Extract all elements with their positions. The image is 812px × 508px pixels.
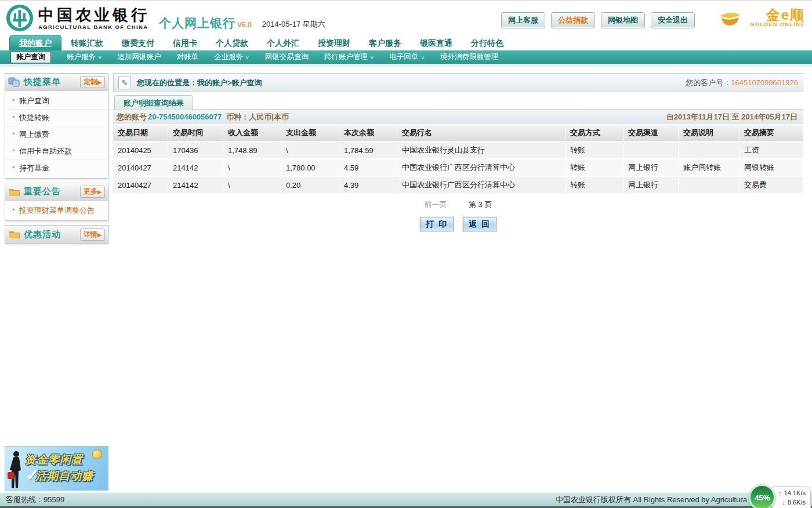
promotions-box: 优惠活动 详情▶ [5, 225, 108, 244]
sub-nav-item[interactable]: 企业服务∨ [214, 52, 249, 62]
sub-nav-item[interactable]: 账户查询 [10, 51, 51, 63]
table-cell: 20140425 [113, 142, 168, 159]
action-buttons: 打 印 返 回 [113, 217, 803, 231]
table-header-cell: 交易渠道 [624, 125, 679, 142]
main-nav-item[interactable]: 客户服务 [360, 35, 411, 50]
details-button[interactable]: 详情▶ [80, 228, 105, 241]
header-link-网银地图[interactable]: 网银地图 [601, 12, 645, 28]
sub-nav-item[interactable]: 跨行账户管理∨ [324, 52, 374, 62]
sub-nav-item[interactable]: 电子回单∨ [389, 52, 425, 62]
table-cell: \ [223, 159, 281, 177]
table-cell: 170436 [168, 142, 223, 159]
main-nav-item[interactable]: 我的账户 [9, 35, 61, 50]
customize-button[interactable]: 定制▶ [80, 76, 105, 88]
customer-number-value: 1645107099601926 [731, 78, 798, 87]
customer-number-label: 您的客户号： [686, 78, 731, 87]
table-cell: 中国农业银行灵山县支行 [397, 142, 566, 159]
table-cell: 20140427 [113, 177, 168, 194]
prev-page-link[interactable]: 前一页 [424, 200, 447, 209]
table-row: 201404251704361,748.89\1,784.59中国农业银行灵山县… [113, 142, 803, 159]
table-cell: \ [281, 142, 339, 159]
main-nav-item[interactable]: 投资理财 [309, 35, 360, 50]
main-nav-item[interactable]: 个人外汇 [258, 35, 309, 50]
coin-icon [92, 449, 102, 459]
table-cell: 1,784.59 [339, 142, 397, 159]
hotline-text: 客服热线：95599 [0, 495, 64, 505]
table-cell: 中国农业银行广西区分行清算中心 [397, 159, 566, 177]
table-header-cell: 交易行名 [397, 125, 566, 142]
table-cell [679, 177, 740, 194]
speed-bubble: ↑14.1K/s ↓8.6K/s [770, 486, 811, 508]
customer-number-block: 您的客户号：1645107099601926 [686, 78, 798, 88]
check-icon: ✓ [26, 466, 39, 484]
tab-account-detail-results[interactable]: 账户明细查询结果 [114, 95, 193, 110]
sidebar-item[interactable]: 网上缴费 [5, 126, 108, 143]
sidebar-item[interactable]: 信用卡自助还款 [5, 143, 108, 160]
chevron-down-icon: ∨ [245, 55, 249, 60]
product-title: 个人网上银行 [159, 15, 235, 31]
sidebar-item[interactable]: 快捷转账 [5, 110, 108, 126]
sub-nav-item[interactable]: 网银交易查询 [265, 52, 309, 62]
top-header: 中国农业银行 AGRICULTURAL BANK OF CHINA 个人网上银行… [0, 1, 812, 35]
table-cell: 0.20 [281, 177, 339, 194]
ad-text-line2: 活期自动赚 [35, 469, 108, 484]
product-title-block: 个人网上银行 V6.0 [159, 15, 252, 31]
main-nav-item[interactable]: 分行特色 [462, 35, 513, 50]
bank-name-block: 中国农业银行 AGRICULTURAL BANK OF CHINA [38, 6, 150, 30]
sidebar-item[interactable]: 持有基金 [5, 160, 108, 176]
pagination: 前一页 第 3 页 [113, 199, 803, 210]
table-header-cell: 交易时间 [168, 125, 223, 142]
back-button[interactable]: 返 回 [463, 217, 496, 231]
table-cell: \ [223, 177, 281, 194]
table-cell: 网银转账 [740, 159, 803, 177]
quick-menu-list: 账户查询快捷转账网上缴费信用卡自助还款持有基金 [5, 91, 108, 178]
account-number: 20-754500460056077 [148, 113, 222, 121]
copyright-text: 中国农业银行版权所有 All Rights Reserved by Agricu… [556, 495, 747, 505]
quick-menu-header: 快捷菜单 定制▶ [5, 74, 108, 91]
folder-icon [8, 229, 21, 240]
folder-icon [8, 187, 21, 197]
header-link-网上客服[interactable]: 网上客服 [501, 12, 545, 28]
date-range: 自2013年11月17日 至 2014年05月17日 [666, 112, 800, 122]
promotions-title: 优惠活动 [24, 229, 80, 240]
table-header-cell: 支出金额 [281, 125, 339, 142]
golden-bowl-icon [718, 10, 741, 27]
sub-nav-item[interactable]: 账户服务∨ [67, 52, 102, 62]
chevron-down-icon: ∨ [370, 55, 374, 60]
notices-title: 重要公告 [24, 186, 80, 197]
sidebar-item[interactable]: 账户查询 [5, 93, 108, 110]
notice-item[interactable]: 投资理财菜单调整公告 [5, 202, 108, 219]
notices-header: 重要公告 更多▶ [5, 183, 108, 201]
right-arrow-icon: ▶ [97, 189, 102, 195]
table-cell: 1,748.89 [223, 142, 281, 159]
chevron-down-icon: ∨ [98, 55, 102, 60]
table-cell: 账户间转账 [679, 159, 740, 177]
main-nav-item[interactable]: 个人贷款 [206, 35, 258, 50]
main-panel: ✎ 您现在的位置是：我的账户>账户查询 您的客户号：16451070996019… [113, 73, 803, 231]
notices-box: 重要公告 更多▶ 投资理财菜单调整公告 [5, 183, 108, 221]
table-header-cell: 本次余额 [339, 125, 397, 142]
print-button[interactable]: 打 印 [420, 217, 454, 231]
sidebar: 快捷菜单 定制▶ 账户查询快捷转账网上缴费信用卡自助还款持有基金 重要公告 更多… [5, 73, 108, 248]
sub-nav-item[interactable]: 对账单 [177, 52, 199, 62]
speed-gauge[interactable]: 45% [749, 484, 775, 508]
main-nav-item[interactable]: 银医直通 [411, 35, 462, 50]
quick-menu-icon [8, 77, 21, 88]
table-cell: 214142 [168, 159, 223, 177]
main-nav-item[interactable]: 缴费支付 [113, 35, 164, 50]
sub-nav-item[interactable]: 境外消费限额管理 [440, 52, 498, 62]
table-head: 交易日期交易时间收入金额支出金额本次余额交易行名交易方式交易渠道交易说明交易摘要 [113, 125, 803, 142]
sub-nav-item[interactable]: 追加网银账户 [118, 52, 161, 62]
product-version: V6.0 [237, 21, 252, 29]
quick-menu-title: 快捷菜单 [24, 77, 80, 88]
table-cell: 4.39 [339, 177, 397, 194]
header-link-安全退出[interactable]: 安全退出 [651, 12, 695, 28]
more-notices-button[interactable]: 更多▶ [80, 186, 105, 198]
main-nav-item[interactable]: 信用卡 [164, 35, 206, 50]
main-nav-item[interactable]: 转账汇款 [61, 35, 113, 50]
table-cell: 工资 [740, 142, 803, 159]
header-link-公益捐款[interactable]: 公益捐款 [551, 12, 595, 28]
ad-banner[interactable]: 资金零闲置 ✓ 活期自动赚 [5, 446, 108, 491]
table-cell: 转账 [566, 142, 624, 159]
transactions-table: 交易日期交易时间收入金额支出金额本次余额交易行名交易方式交易渠道交易说明交易摘要… [113, 125, 803, 194]
